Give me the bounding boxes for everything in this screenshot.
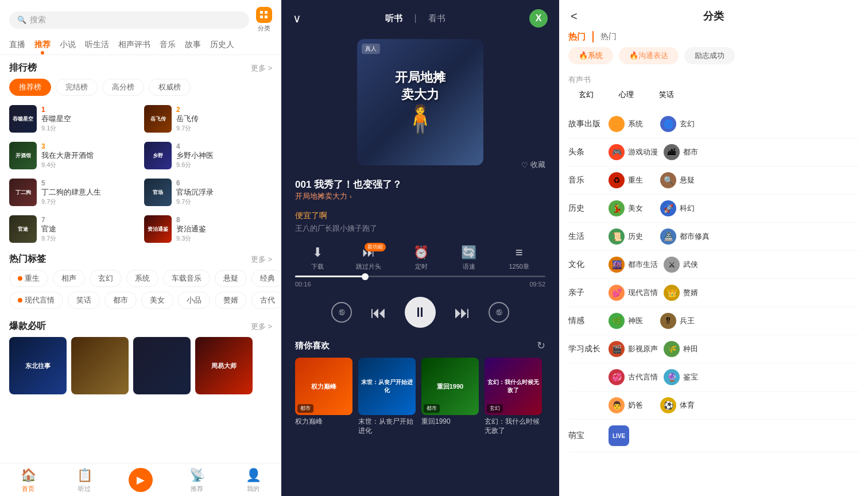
download-button[interactable]: ⬇ 下载 xyxy=(311,245,324,271)
collect-button[interactable]: ♡ 收藏 xyxy=(521,160,545,170)
cat-item-history[interactable]: 📜 历史 xyxy=(609,228,654,245)
tag-beauty[interactable]: 美女 xyxy=(141,292,173,309)
rank-tab-recommend[interactable]: 推荐榜 xyxy=(9,79,51,96)
refresh-icon[interactable]: ↻ xyxy=(537,339,545,352)
right-back-button[interactable]: < xyxy=(571,10,578,23)
cat-item-doctor[interactable]: 🌿 神医 xyxy=(609,313,654,329)
cat-item-urban[interactable]: 🏙 都市 xyxy=(664,144,710,160)
cat-item-urban-xiu[interactable]: 🏯 都市修真 xyxy=(660,228,710,245)
cat-item-gameanime[interactable]: 🎮 游戏动漫 xyxy=(609,144,658,160)
rank-item[interactable]: 开酒馆 3 我在大唐开酒馆 9.4分 xyxy=(9,138,137,173)
cat-item-sports[interactable]: ⚽ 体育 xyxy=(660,397,706,413)
previous-button[interactable]: ⏮ xyxy=(370,303,386,322)
tag-system[interactable]: 系统 xyxy=(126,270,158,287)
rank-item[interactable]: 丁二狗 5 丁二狗的肆意人生 9.7分 xyxy=(9,175,137,210)
explode-item-4[interactable]: 周易大师 xyxy=(195,337,253,394)
cat-item-sonlaw[interactable]: 👑 赘婿 xyxy=(664,285,710,301)
cat-item-rebirth[interactable]: ♻ 重生 xyxy=(609,172,654,188)
tag-modern-romance[interactable]: 现代言情 xyxy=(9,292,63,309)
tag-mystery[interactable]: 悬疑 xyxy=(215,270,247,287)
nav-play[interactable]: ▶ xyxy=(113,468,169,494)
rank-item[interactable]: 乡野 4 乡野小神医 9.6分 xyxy=(144,138,272,173)
tab-recommend[interactable]: 推荐 xyxy=(34,40,51,55)
tag-crosstalk[interactable]: 相声 xyxy=(53,270,85,287)
tab-listen[interactable]: 听书 xyxy=(385,13,402,24)
pill-xiaohua[interactable]: 笑话 xyxy=(649,86,684,103)
rank-item[interactable]: 资治通鉴 8 资治通鉴 9.3分 xyxy=(144,212,272,246)
player-back-button[interactable]: ∨ xyxy=(293,11,301,25)
cat-item-xuanhuan[interactable]: 🌀 玄幻 xyxy=(660,116,706,132)
explode-item-3[interactable] xyxy=(133,337,191,394)
skip-back-15[interactable]: ⑮ xyxy=(331,302,352,323)
tab-read[interactable]: 看书 xyxy=(428,13,445,24)
next-button[interactable]: ⏭ xyxy=(454,303,470,322)
category-button[interactable]: 分类 xyxy=(256,7,272,33)
rank-item[interactable]: 官途 7 官途 9.7分 xyxy=(9,212,137,246)
rank-item[interactable]: 吞噬星空 1 吞噬星空 9.1分 xyxy=(9,102,137,136)
cat-item-movie-sound[interactable]: 🎬 影视原声 xyxy=(609,341,658,357)
cat-item-ancient-romance[interactable]: 💞 古代言情 xyxy=(609,369,658,385)
hot-pill-system[interactable]: 🔥系统 xyxy=(568,47,613,64)
tag-sonlaw[interactable]: 赘婿 xyxy=(215,292,247,309)
chapters-button[interactable]: ≡ 1250章 xyxy=(509,245,529,271)
rank-tab-authority[interactable]: 权威榜 xyxy=(149,79,191,96)
tag-fantasy[interactable]: 玄幻 xyxy=(90,270,122,287)
tab-life[interactable]: 听生活 xyxy=(85,40,109,55)
rank-tab-complete[interactable]: 完结榜 xyxy=(56,79,98,96)
tag-carmusic[interactable]: 车载音乐 xyxy=(163,270,210,287)
hot-pill-inspire[interactable]: 励志成功 xyxy=(684,47,735,64)
cat-item-system[interactable]: 🔆 系统 xyxy=(609,116,654,132)
cat-item-urban-life[interactable]: 🌆 都市生活 xyxy=(609,257,658,273)
tag-classic[interactable]: 经典 xyxy=(251,270,281,287)
rec-item-4[interactable]: 玄幻：我什么时候无敌了 玄幻 玄幻：我什么时候无敌了 xyxy=(485,358,542,435)
timer-button[interactable]: ⏰ 定时 xyxy=(413,245,429,271)
rec-item-2[interactable]: 末世：从丧尸开始进化 末世：从丧尸开始进化 xyxy=(358,358,416,435)
hot-tags-more[interactable]: 更多 > xyxy=(251,254,272,265)
speed-button[interactable]: 🔄 语速 xyxy=(461,245,476,271)
cat-item-beauty[interactable]: 💃 美女 xyxy=(609,200,654,216)
tag-urban[interactable]: 都市 xyxy=(104,292,137,309)
skip-forward-15[interactable]: ⑮ xyxy=(489,302,509,323)
nav-mine[interactable]: 👤 我的 xyxy=(225,468,281,494)
cat-item-dad[interactable]: 👨 奶爸 xyxy=(609,397,654,413)
play-pause-button[interactable]: ⏸ xyxy=(405,297,436,328)
rec-item-3[interactable]: 重回1990 都市 重回1990 xyxy=(421,358,479,435)
explode-more[interactable]: 更多 > xyxy=(251,321,272,332)
hot-pill-comm[interactable]: 🔥沟通表达 xyxy=(619,47,679,64)
skip-intro-button[interactable]: ⏭ 新功能 跳过片头 xyxy=(356,245,381,271)
tag-joke[interactable]: 笑话 xyxy=(68,292,100,309)
rank-item[interactable]: 岳飞传 2 岳飞传 9.7分 xyxy=(144,102,272,136)
rank-tab-highscore[interactable]: 高分榜 xyxy=(102,79,144,96)
cat-item-live[interactable]: LIVE xyxy=(609,425,654,446)
search-input-wrap[interactable]: 🔍 搜索 xyxy=(9,11,249,29)
pill-xinli[interactable]: 心理 xyxy=(609,86,644,103)
tab-novel[interactable]: 小说 xyxy=(60,40,76,55)
player-avatar[interactable]: X xyxy=(529,9,548,28)
tag-ancient[interactable]: 古代 xyxy=(251,292,281,309)
right-nav-hot[interactable]: 热门 xyxy=(568,32,586,42)
cat-item-scifi[interactable]: 🚀 科幻 xyxy=(660,200,706,216)
cat-item-farming[interactable]: 🌾 种田 xyxy=(664,341,710,357)
explode-item-1[interactable]: 东北往事 xyxy=(9,337,67,394)
cat-item-wuxia[interactable]: ⚔ 武侠 xyxy=(664,257,710,273)
tab-live[interactable]: 直播 xyxy=(9,40,25,55)
nav-listened[interactable]: 📋 听过 xyxy=(56,468,113,494)
tab-history[interactable]: 历史人 xyxy=(210,40,234,55)
tag-skit[interactable]: 小品 xyxy=(178,292,210,309)
cat-item-modern-romance[interactable]: 💕 现代言情 xyxy=(609,285,658,301)
tab-story[interactable]: 故事 xyxy=(185,40,201,55)
nav-recommend[interactable]: 📡 推荐 xyxy=(169,468,225,494)
rec-item-1[interactable]: 权力巅峰 都市 权力巅峰 xyxy=(295,358,352,435)
tab-music[interactable]: 音乐 xyxy=(160,40,176,55)
progress-track[interactable] xyxy=(295,276,545,277)
track-subtitle[interactable]: 开局地摊卖大力 › xyxy=(295,191,545,202)
cat-item-mystery[interactable]: 🔍 悬疑 xyxy=(660,172,706,188)
explode-item-2[interactable] xyxy=(71,337,129,394)
cat-item-treasure[interactable]: 🔮 鉴宝 xyxy=(664,369,710,385)
ranking-more[interactable]: 更多 > xyxy=(251,63,272,73)
pill-xuanhuan[interactable]: 玄幻 xyxy=(568,86,604,103)
tag-rebirth[interactable]: 重生 xyxy=(9,270,48,287)
rank-item[interactable]: 官场 6 官场沉浮录 9.7分 xyxy=(144,175,272,210)
nav-home[interactable]: 🏠 首页 xyxy=(0,468,56,494)
cat-item-soldier[interactable]: 🎖 兵王 xyxy=(660,313,706,329)
